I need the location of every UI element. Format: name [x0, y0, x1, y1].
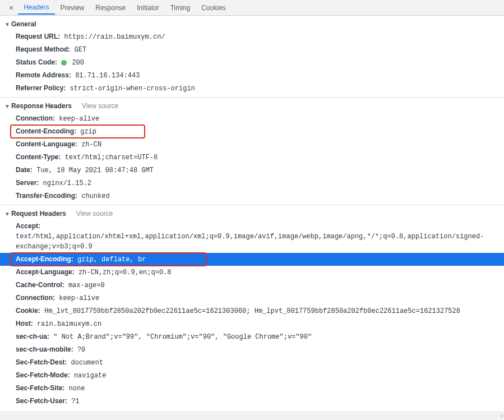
label: Host:	[16, 320, 33, 327]
disclosure-icon: ▼	[4, 103, 9, 109]
label: Connection:	[16, 294, 55, 302]
value: max-age=0	[68, 281, 105, 289]
request-header-row: Connection: keep-alive	[0, 292, 504, 304]
label: Sec-Fetch-Mode:	[16, 371, 70, 379]
general-request-url: Request URL: https://rain.baimuxym.cn/	[0, 30, 504, 43]
value: text/html,application/xhtml+xml,applicat…	[16, 233, 484, 251]
request-header-row: Cookie: Hm_lvt_8017759bbf2850a202fb0ec22…	[0, 304, 504, 317]
value: " Not A;Brand";v="99", "Chromium";v="90"…	[53, 333, 312, 341]
headers-panel: ▼ General Request URL: https://rain.baim…	[0, 16, 504, 420]
section-general[interactable]: ▼ General	[0, 18, 504, 30]
label: Accept-Language:	[16, 268, 75, 276]
tab-initiator[interactable]: Initiator	[131, 1, 164, 15]
label: sec-ch-ua-mobile:	[16, 345, 73, 353]
value: rain.baimuxym.cn	[37, 320, 101, 328]
label: Server:	[16, 179, 39, 187]
section-title: Request Headers	[11, 210, 66, 218]
label: Content-Encoding:	[16, 127, 76, 135]
section-request-headers[interactable]: ▼ Request Headers View source	[0, 207, 504, 220]
value: gzip	[80, 128, 96, 136]
value: 81.71.16.134:443	[75, 72, 140, 80]
label: Accept-Encoding:	[16, 255, 73, 263]
tab-timing[interactable]: Timing	[165, 1, 196, 15]
response-header-row: Connection: keep-alive	[0, 112, 504, 125]
value: strict-origin-when-cross-origin	[70, 85, 195, 93]
label: Sec-Fetch-Dest:	[16, 358, 67, 366]
request-header-row: Sec-Fetch-User: ?1	[0, 395, 504, 408]
value: none	[69, 385, 85, 393]
request-header-row: Host: rain.baimuxym.cn	[0, 317, 504, 330]
label: Cache-Control:	[16, 281, 64, 289]
request-header-row: sec-ch-ua: " Not A;Brand";v="99", "Chrom…	[0, 330, 504, 343]
section-response-headers[interactable]: ▼ Response Headers View source	[0, 100, 504, 112]
request-header-row: Accept: text/html,application/xhtml+xml,…	[0, 220, 504, 253]
label: Request URL:	[16, 33, 60, 40]
horizontal-scrollbar[interactable]: ›	[0, 411, 504, 420]
request-header-row: Cache-Control: max-age=0	[0, 279, 504, 292]
request-header-row-accept-encoding[interactable]: Accept-Encoding: gzip, deflate, br	[0, 253, 504, 266]
scroll-right-icon[interactable]: ›	[501, 412, 503, 419]
label: Content-Language:	[16, 140, 77, 148]
value: gzip, deflate, br	[77, 256, 146, 264]
section-title: General	[11, 20, 36, 28]
response-header-row: Server: nginx/1.15.2	[0, 177, 504, 190]
divider	[0, 205, 504, 205]
disclosure-icon: ▼	[4, 211, 9, 217]
request-header-row: Sec-Fetch-Dest: document	[0, 356, 504, 369]
general-referrer-policy: Referrer Policy: strict-origin-when-cros…	[0, 82, 504, 95]
label: Sec-Fetch-User:	[16, 397, 67, 405]
value: ?0	[77, 346, 85, 354]
label: Connection:	[16, 114, 55, 122]
tab-headers[interactable]: Headers	[18, 1, 54, 15]
label: Remote Address:	[16, 71, 71, 79]
label: Request Method:	[16, 45, 70, 53]
value: Hm_lvt_8017759bbf2850a202fb0ec22611ae5c=…	[44, 307, 460, 315]
section-title: Response Headers	[11, 102, 72, 110]
value: keep-alive	[59, 294, 99, 302]
value: 200	[72, 59, 84, 67]
request-header-row: Accept-Language: zh-CN,zh;q=0.9,en;q=0.8	[0, 266, 504, 279]
value: nginx/1.15.2	[43, 179, 91, 187]
status-dot-icon	[61, 60, 67, 66]
label: Content-Type:	[16, 153, 61, 161]
value: https://rain.baimuxym.cn/	[64, 33, 165, 41]
label: Sec-Fetch-Site:	[16, 384, 64, 392]
label: Date:	[16, 166, 33, 174]
general-request-method: Request Method: GET	[0, 43, 504, 56]
value: document	[71, 359, 104, 367]
label: Cookie:	[16, 307, 40, 315]
tab-response[interactable]: Response	[90, 1, 131, 15]
general-status-code: Status Code: 200	[0, 56, 504, 69]
request-header-row: sec-ch-ua-mobile: ?0	[0, 343, 504, 356]
value: ?1	[71, 398, 79, 405]
value: chunked	[81, 192, 109, 200]
label: Status Code:	[16, 58, 57, 66]
request-header-row: Sec-Fetch-Site: none	[0, 382, 504, 395]
value: text/html;charset=UTF-8	[65, 154, 158, 161]
label: sec-ch-ua:	[16, 333, 49, 340]
divider	[0, 97, 504, 98]
response-header-row: Transfer-Encoding: chunked	[0, 190, 504, 202]
close-icon[interactable]: ×	[4, 3, 18, 12]
request-header-row: Sec-Fetch-Mode: navigate	[0, 369, 504, 382]
response-header-row: Date: Tue, 18 May 2021 08:47:48 GMT	[0, 164, 504, 177]
label: Transfer-Encoding:	[16, 192, 77, 200]
response-header-row: Content-Type: text/html;charset=UTF-8	[0, 151, 504, 164]
general-remote-address: Remote Address: 81.71.16.134:443	[0, 69, 504, 82]
value: navigate	[74, 372, 107, 380]
label: Accept:	[16, 222, 40, 230]
view-source-link[interactable]: View source	[82, 102, 118, 110]
disclosure-icon: ▼	[4, 21, 9, 27]
value: zh-CN,zh;q=0.9,en;q=0.8	[78, 269, 172, 276]
tab-bar: × Headers Preview Response Initiator Tim…	[0, 0, 504, 16]
value: keep-alive	[59, 115, 99, 123]
label: Referrer Policy:	[16, 84, 66, 92]
value: Tue, 18 May 2021 08:47:48 GMT	[36, 167, 154, 174]
value: zh-CN	[81, 141, 101, 149]
view-source-link[interactable]: View source	[76, 210, 113, 218]
response-header-row: Content-Language: zh-CN	[0, 138, 504, 151]
response-header-row-content-encoding: Content-Encoding: gzip	[0, 125, 504, 138]
tab-preview[interactable]: Preview	[55, 1, 90, 15]
value: GET	[75, 46, 87, 54]
tab-cookies[interactable]: Cookies	[196, 1, 231, 15]
